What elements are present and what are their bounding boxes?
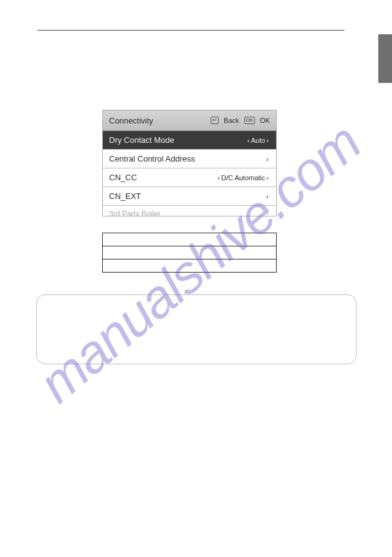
- chevron-right-icon[interactable]: ›: [265, 210, 270, 216]
- menu-item-value: D/C Automatic: [221, 174, 265, 182]
- ok-icon[interactable]: OK: [244, 117, 256, 124]
- value-table: [102, 233, 277, 273]
- menu-item-value: Auto: [251, 137, 265, 144]
- back-icon[interactable]: ↩: [211, 117, 219, 124]
- chevron-left-icon[interactable]: ‹: [216, 174, 221, 182]
- menu-item-dry-contact-mode[interactable]: Dry Contact Mode ‹ Auto ›: [103, 131, 276, 150]
- chevron-right-icon[interactable]: ›: [265, 174, 270, 182]
- menu-item-label: CN_CC: [109, 173, 216, 182]
- back-label: Back: [224, 117, 239, 124]
- chevron-right-icon[interactable]: ›: [265, 155, 270, 163]
- menu-item-3rd-party-boiler[interactable]: 3rd Party Boiler ›: [103, 206, 276, 216]
- chevron-right-icon[interactable]: ›: [265, 137, 270, 144]
- table-row: [103, 259, 276, 273]
- chevron-right-icon[interactable]: ›: [265, 193, 270, 200]
- connectivity-panel: Connectivity ↩ Back OK OK Dry Contact Mo…: [102, 110, 277, 216]
- page-divider: [37, 30, 345, 31]
- table-row: [103, 233, 276, 246]
- side-tab: [378, 34, 392, 83]
- menu-item-label: CN_EXT: [109, 191, 265, 201]
- menu-item-label: Dry Contact Mode: [109, 135, 246, 145]
- menu-item-label: Central Control Address: [109, 154, 265, 163]
- panel-header: Connectivity ↩ Back OK OK: [103, 110, 276, 131]
- panel-actions: ↩ Back OK OK: [211, 117, 270, 124]
- panel-title: Connectivity: [109, 116, 211, 125]
- ok-label: OK: [260, 117, 270, 124]
- chevron-left-icon[interactable]: ‹: [246, 137, 251, 144]
- menu-item-label: 3rd Party Boiler: [109, 210, 265, 216]
- menu-item-cn-ext[interactable]: CN_EXT ›: [103, 187, 276, 206]
- table-row: [103, 246, 276, 259]
- menu-item-cn-cc[interactable]: CN_CC ‹ D/C Automatic ›: [103, 168, 276, 187]
- menu-item-central-control-address[interactable]: Central Control Address ›: [103, 150, 276, 168]
- note-box: [36, 294, 356, 364]
